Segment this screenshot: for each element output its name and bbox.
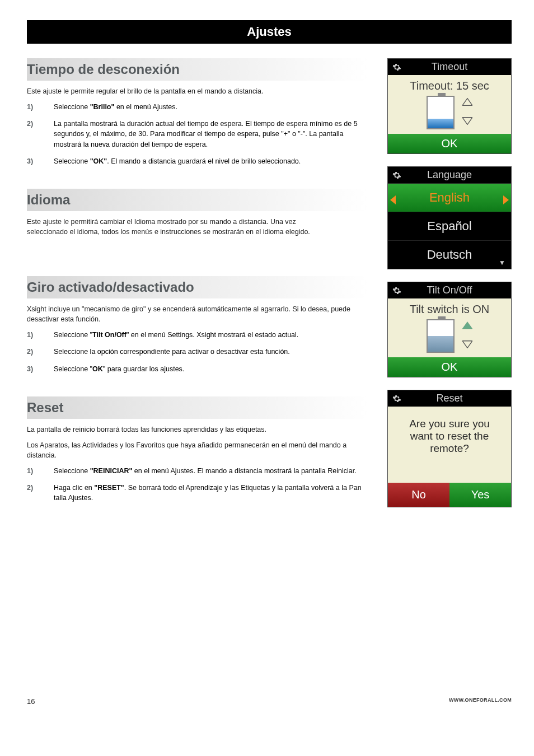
step-number: 1) [27, 466, 54, 476]
step-number: 2) [27, 347, 54, 357]
panel-header: Reset [388, 390, 511, 407]
panel-title: Language [392, 169, 507, 181]
svg-marker-2 [390, 195, 396, 204]
step-number: 2) [27, 119, 54, 149]
svg-marker-3 [503, 195, 509, 204]
panel-title: Reset [392, 393, 507, 404]
tilt-intro: Xsight incluye un "mecanismo de giro" y … [27, 304, 367, 324]
svg-marker-4 [462, 322, 472, 329]
arrow-down-icon[interactable] [462, 117, 472, 127]
reset-steps: 1) Seleccione "REINICIAR" en el menú Aju… [27, 466, 367, 503]
panel-header: Language [388, 167, 511, 183]
idioma-intro: Este ajuste le permitirá cambiar el Idio… [27, 217, 324, 237]
tilt-steps: 1) Seleccione "Tilt On/Off" en el menú S… [27, 330, 367, 374]
battery-icon [427, 319, 455, 353]
page-footer: 16 WWW.ONEFORALL.COM [27, 697, 512, 706]
timeout-heading: Tiempo de desconexión [27, 58, 367, 81]
reset-intro-2: Los Aparatos, las Actividades y los Favo… [27, 440, 367, 460]
reset-message: Are you sure you want to reset the remot… [388, 407, 511, 483]
svg-marker-5 [462, 341, 472, 348]
language-panel: Language English Español Deutsch ▼ [387, 166, 512, 269]
step-text: Haga clic en "RESET". Se borrará todo el… [54, 483, 367, 503]
idioma-heading: Idioma [27, 189, 367, 211]
step-number: 2) [27, 483, 54, 503]
arrow-up-icon[interactable] [462, 98, 472, 108]
ok-button[interactable]: OK [388, 357, 511, 377]
language-item-english[interactable]: English [388, 183, 511, 212]
step-text: Seleccione "OK". El mando a distancia gu… [54, 156, 367, 166]
svg-marker-1 [462, 118, 472, 125]
step-text: Seleccione "Brillo" en el menú Ajustes. [54, 102, 367, 112]
step-number: 1) [27, 102, 54, 112]
arrow-up-icon[interactable] [462, 321, 472, 332]
tilt-panel: Tilt On/Off Tilt switch is ON OK [387, 282, 512, 377]
language-item-deutsch[interactable]: Deutsch [388, 240, 511, 269]
step-text: Seleccione la opción correspondiente par… [54, 347, 367, 357]
arrow-down-icon[interactable] [462, 340, 472, 351]
svg-marker-0 [462, 99, 472, 106]
tilt-status: Tilt switch is ON [394, 303, 505, 316]
yes-button[interactable]: Yes [449, 483, 511, 507]
step-text: Seleccione "OK" para guardar los ajustes… [54, 364, 367, 374]
timeout-value: Timeout: 15 sec [394, 80, 505, 92]
step-text: La pantalla mostrará la duración actual … [54, 119, 367, 149]
panel-header: Tilt On/Off [388, 282, 511, 298]
panel-header: Timeout [388, 59, 511, 75]
timeout-intro: Este ajuste le permite regular el brillo… [27, 86, 367, 96]
main-content: Tiempo de desconexión Este ajuste le per… [27, 58, 367, 525]
language-item-espanol[interactable]: Español [388, 212, 511, 240]
footer-url: WWW.ONEFORALL.COM [449, 697, 512, 706]
tilt-heading: Giro activado/desactivado [27, 276, 367, 298]
step-number: 3) [27, 364, 54, 374]
more-down-icon[interactable]: ▼ [499, 259, 505, 267]
reset-intro-1: La pantalla de reinicio borrará todas la… [27, 424, 367, 435]
step-text: Seleccione "Tilt On/Off" en el menú Sett… [54, 330, 367, 340]
ok-button[interactable]: OK [388, 134, 511, 153]
chevron-left-icon [390, 193, 396, 202]
chevron-right-icon [503, 193, 509, 202]
step-text: Seleccione "REINICIAR" en el menú Ajuste… [54, 466, 367, 476]
battery-icon [427, 96, 455, 129]
no-button[interactable]: No [388, 483, 449, 507]
sidebar-panels: Timeout Timeout: 15 sec OK [387, 58, 512, 525]
header-bar: Ajustes [27, 20, 512, 44]
panel-title: Timeout [392, 61, 507, 73]
step-number: 1) [27, 330, 54, 340]
timeout-panel: Timeout Timeout: 15 sec OK [387, 58, 512, 154]
page-number: 16 [27, 697, 35, 706]
panel-title: Tilt On/Off [392, 284, 507, 296]
language-label: English [429, 190, 470, 204]
reset-heading: Reset [27, 396, 367, 419]
reset-panel: Reset Are you sure you want to reset the… [387, 390, 512, 507]
step-number: 3) [27, 156, 54, 166]
timeout-steps: 1) Seleccione "Brillo" en el menú Ajuste… [27, 102, 367, 166]
